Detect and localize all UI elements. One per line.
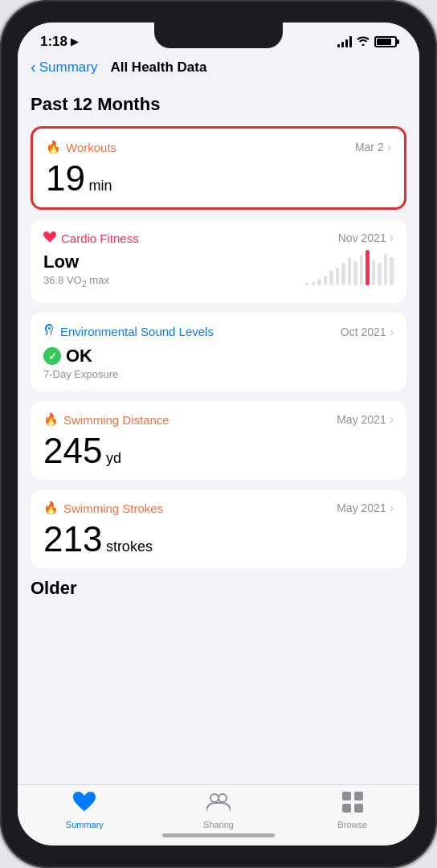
swimming-distance-card[interactable]: 🔥 Swimming Distance May 2021 › 245 yd	[31, 401, 406, 480]
cardio-left: Low 36.8 VO2 max	[43, 252, 109, 289]
cardio-fitness-card[interactable]: Cardio Fitness Nov 2021 › Low 36.8 VO2 m…	[31, 219, 406, 303]
env-date-text: Oct 2021	[341, 326, 386, 338]
flame-icon-swim-stroke: 🔥	[43, 501, 59, 515]
location-icon: ▶	[71, 36, 78, 47]
card-header-cardio: Cardio Fitness Nov 2021 ›	[43, 231, 394, 245]
tab-sharing[interactable]: Sharing	[152, 792, 286, 829]
browse-tab-label: Browse	[337, 820, 367, 829]
chart-bar-11	[372, 260, 376, 285]
environmental-sound-card[interactable]: Environmental Sound Levels Oct 2021 › ✓ …	[31, 313, 406, 391]
svg-point-2	[218, 794, 227, 802]
vo2-value: 36.8 VO	[43, 274, 82, 286]
chart-bar-3	[324, 276, 328, 285]
svg-rect-4	[354, 792, 363, 800]
nav-title: All Health Data	[110, 59, 206, 76]
svg-point-1	[210, 794, 218, 802]
cardio-chevron-icon: ›	[390, 231, 394, 245]
swim-stroke-date: May 2021 ›	[337, 501, 394, 515]
swim-dist-label: 🔥 Swimming Distance	[43, 412, 169, 427]
status-time: 1:18 ▶	[40, 34, 78, 50]
back-button[interactable]: ‹ Summary	[31, 58, 97, 76]
card-header-swim-stroke: 🔥 Swimming Strokes May 2021 ›	[43, 501, 394, 515]
chart-bar-0	[305, 283, 309, 285]
older-section-title: Older	[31, 578, 406, 599]
flame-icon-swim-dist: 🔥	[43, 412, 59, 427]
phone-frame: 1:18 ▶	[0, 0, 437, 868]
flame-icon-workouts: 🔥	[46, 140, 61, 154]
svg-rect-6	[354, 804, 363, 813]
back-label[interactable]: Summary	[39, 59, 98, 76]
chart-bar-13	[384, 253, 388, 285]
battery-icon	[374, 36, 397, 47]
swim-dist-date-text: May 2021	[337, 413, 386, 426]
ear-icon	[43, 324, 55, 339]
heart-icon-cardio	[43, 231, 56, 245]
swim-stroke-value: 213	[43, 519, 102, 559]
time-display: 1:18	[40, 34, 67, 50]
swim-stroke-label: 🔥 Swimming Strokes	[43, 501, 163, 515]
swim-dist-date: May 2021 ›	[337, 412, 394, 427]
chart-bar-7	[348, 257, 352, 285]
chart-bar-10	[366, 250, 370, 285]
vo2-unit: max	[87, 274, 109, 286]
signal-bars-icon	[337, 36, 352, 47]
cardio-body: Low 36.8 VO2 max	[43, 252, 394, 292]
notch	[154, 23, 283, 48]
card-header-workouts: 🔥 Workouts Mar 2 ›	[46, 140, 391, 154]
chart-bar-14	[390, 257, 394, 285]
swim-dist-text: Swimming Distance	[63, 413, 169, 427]
browse-tab-icon	[342, 792, 363, 817]
workouts-date: Mar 2 ›	[355, 140, 391, 154]
card-header-env: Environmental Sound Levels Oct 2021 ›	[43, 324, 394, 339]
env-text: Environmental Sound Levels	[60, 325, 214, 338]
phone-screen: 1:18 ▶	[18, 23, 419, 845]
swim-stroke-chevron-icon: ›	[390, 501, 394, 515]
cardio-status: Low	[43, 252, 109, 272]
sharing-tab-label: Sharing	[203, 820, 234, 829]
status-icons	[337, 35, 397, 48]
workouts-card[interactable]: 🔥 Workouts Mar 2 › 19 min	[31, 126, 406, 210]
chart-bar-1	[312, 281, 316, 285]
summary-tab-label: Summary	[66, 820, 104, 829]
workouts-value: 19	[46, 158, 85, 198]
env-date: Oct 2021 ›	[341, 325, 394, 339]
chart-bar-8	[353, 261, 357, 285]
svg-rect-5	[342, 804, 351, 813]
cardio-label: Cardio Fitness	[43, 231, 139, 245]
workouts-chevron-icon: ›	[387, 140, 391, 154]
ok-status-row: ✓ OK	[43, 346, 394, 366]
workouts-date-text: Mar 2	[355, 141, 384, 154]
swim-stroke-date-text: May 2021	[337, 502, 386, 514]
cardio-text: Cardio Fitness	[61, 231, 139, 245]
sharing-tab-icon	[206, 792, 231, 817]
chart-bar-5	[336, 268, 340, 285]
swim-dist-value-row: 245 yd	[43, 433, 394, 469]
swim-stroke-text: Swimming Strokes	[63, 502, 163, 515]
ok-text: OK	[66, 346, 92, 366]
swim-stroke-unit: strokes	[106, 538, 153, 555]
heart-tab-icon	[73, 792, 96, 817]
tab-browse[interactable]: Browse	[285, 792, 419, 829]
tab-summary[interactable]: Summary	[18, 792, 152, 829]
chart-bar-2	[317, 279, 321, 285]
past-section-title: Past 12 Months	[31, 94, 406, 115]
card-header-swim-dist: 🔥 Swimming Distance May 2021 ›	[43, 412, 394, 427]
back-chevron-icon: ‹	[31, 58, 36, 76]
env-label: Environmental Sound Levels	[43, 324, 214, 339]
swim-dist-unit: yd	[106, 450, 121, 466]
env-subtitle: 7-Day Exposure	[43, 368, 394, 380]
home-indicator	[162, 833, 275, 837]
workouts-label: 🔥 Workouts	[46, 140, 116, 154]
svg-rect-3	[342, 792, 351, 800]
chart-bar-4	[329, 271, 333, 285]
env-chevron-icon: ›	[390, 325, 394, 339]
content-area: Past 12 Months 🔥 Workouts Mar 2 › 19 min	[18, 84, 419, 784]
workouts-text: Workouts	[66, 141, 116, 154]
svg-point-0	[48, 327, 51, 330]
cardio-date: Nov 2021 ›	[338, 231, 394, 245]
chart-bar-12	[378, 263, 382, 285]
swimming-strokes-card[interactable]: 🔥 Swimming Strokes May 2021 › 213 stroke…	[31, 489, 406, 568]
swim-stroke-value-row: 213 strokes	[43, 522, 394, 557]
wifi-icon	[357, 35, 370, 48]
swim-dist-value: 245	[43, 431, 102, 470]
